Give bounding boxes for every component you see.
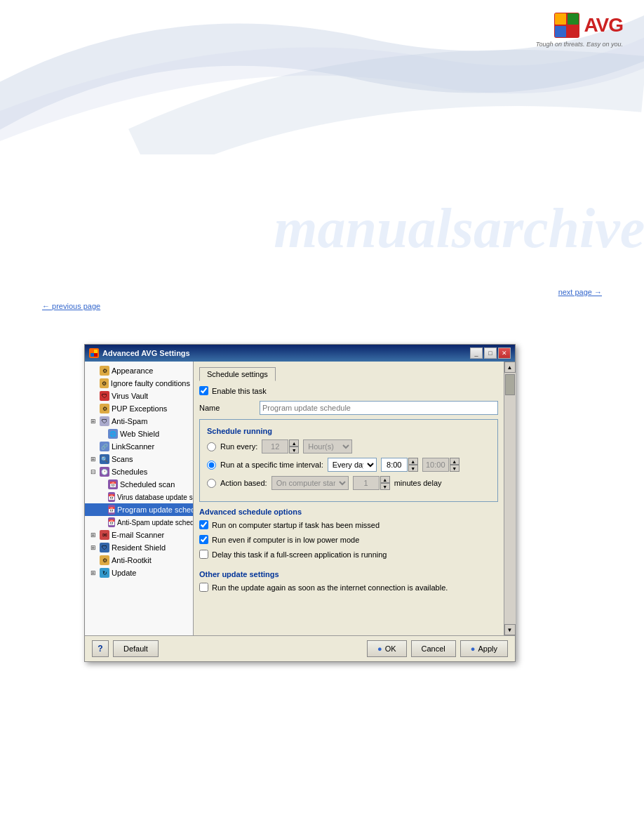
svg-rect-6 [94,350,98,353]
tree-item-ignore-faulty[interactable]: ⚙ Ignore faulty conditions [85,377,193,390]
tree-item-web-shield[interactable]: 🌐 Web Shield [85,428,193,440]
tree-item-program-update[interactable]: 📅 Program update schedule [85,503,193,516]
next-link[interactable]: next page → [558,288,602,296]
run-specific-radio[interactable] [207,461,216,470]
opt2-checkbox[interactable] [199,535,208,544]
tree-item-schedules[interactable]: ⊟ 🕐 Schedules [85,465,193,478]
svg-rect-7 [90,353,94,357]
prog-update-icon: 📅 [108,505,115,515]
run-every-label: Run every: [220,442,257,451]
window-title: Advanced AVG Settings [89,348,190,358]
email-scanner-icon: ✉ [100,530,109,540]
tab-bar: Schedule settings [199,367,498,380]
scroll-up[interactable]: ▲ [504,362,516,373]
tree-item-appearance[interactable]: ⚙ Appearance [85,364,193,377]
run-every-unit: Hour(s) [303,439,352,454]
watermark: manualsarchive.com [274,197,644,260]
logo-text: AVG [584,14,623,37]
maximize-button[interactable]: □ [484,348,497,359]
interval-time2-value [422,458,449,472]
apply-button[interactable]: ● Apply [460,640,508,657]
prev-link[interactable]: ← previous page [42,302,100,310]
tree-item-scheduled-scan[interactable]: 📅 Scheduled scan [85,478,193,491]
run-every-up: ▲ [289,439,299,446]
interval-day-select[interactable]: Every day [328,458,377,472]
tree-item-pup[interactable]: ⚙ PUP Exceptions [85,402,193,415]
enable-task-checkbox[interactable] [199,386,208,395]
run-every-value [262,439,288,454]
opt1-label: Run on computer startup if task has been… [212,521,380,529]
sched-scan-icon: 📅 [108,479,118,489]
svg-rect-5 [90,350,94,353]
opt3-row: Delay this task if a full-screen applica… [199,550,498,559]
opt1-row: Run on computer startup if task has been… [199,520,498,529]
tree-item-linkscanner[interactable]: 🔗 LinkScanner [85,440,193,453]
help-button[interactable]: ? [92,640,109,657]
schedule-running-label: Schedule running [207,427,490,435]
window-icon [89,348,99,358]
ignore-icon: ⚙ [100,378,109,388]
name-input[interactable] [260,401,498,415]
enable-task-row: Enable this task [199,386,498,395]
pup-icon: ⚙ [100,404,109,413]
tree-item-antispam[interactable]: ⊞ 🛡 Anti-Spam [85,415,193,428]
interval-time2-up: ▲ [450,458,459,465]
avg-logo: AVG [554,13,623,38]
settings-scrollbar[interactable]: ▲ ▼ [504,362,515,635]
svg-rect-3 [555,26,566,37]
ok-button[interactable]: ● OK [367,640,407,657]
tree-panel: ⚙ Appearance ⚙ Ignore faulty conditions … [85,362,194,635]
close-button[interactable]: ✕ [498,348,511,359]
resident-shield-icon: 🛡 [100,543,109,552]
interval-time2-down: ▼ [450,465,459,472]
run-every-radio[interactable] [207,442,216,451]
window-titlebar: Advanced AVG Settings _ □ ✕ [85,345,515,362]
opt4-checkbox[interactable] [199,583,208,592]
tree-item-scans[interactable]: ⊞ 🔍 Scans [85,453,193,465]
enable-task-label: Enable this task [212,387,267,395]
tree-item-resident-shield[interactable]: ⊞ 🛡 Resident Shield [85,541,193,554]
opt3-label: Delay this task if a full-screen applica… [212,550,387,559]
opt4-row: Run the update again as soon as the inte… [199,583,498,592]
web-shield-icon: 🌐 [108,429,118,439]
scroll-down[interactable]: ▼ [504,624,516,635]
opt2-label: Run even if computer is in low power mod… [212,536,359,544]
interval-time-down[interactable]: ▼ [408,465,418,472]
run-every-row: Run every: ▲ ▼ Hour(s) [207,439,490,454]
interval-time-up[interactable]: ▲ [408,458,418,465]
tab-schedule-settings[interactable]: Schedule settings [199,367,276,381]
scans-icon: 🔍 [100,454,109,464]
schedule-running-box: Schedule running Run every: ▲ ▼ Hour(s) [199,419,498,502]
cancel-button[interactable]: Cancel [411,640,456,657]
tree-item-virus-db-update[interactable]: 📅 Virus database update schedule [85,491,193,503]
window-body: ⚙ Appearance ⚙ Ignore faulty conditions … [85,362,515,635]
tree-item-antispam-update[interactable]: 📅 Anti-Spam update schedule [85,516,193,529]
tree-item-email-scanner[interactable]: ⊞ ✉ E-mail Scanner [85,529,193,541]
action-based-radio[interactable] [207,479,216,488]
action-based-label: Action based: [220,479,267,487]
other-update-section: Other update settings Run the update aga… [199,570,498,592]
interval-time-spinner: ▲ ▼ [381,458,418,472]
delay-down: ▼ [380,483,390,490]
virus-db-icon: 📅 [108,492,115,502]
tree-item-anti-rootkit[interactable]: ⚙ Anti-Rootkit [85,554,193,567]
anti-rootkit-icon: ⚙ [100,555,109,565]
opt4-label: Run the update again as soon as the inte… [212,583,448,592]
antispam-update-icon: 📅 [108,517,115,527]
virus-vault-icon: 🛡 [100,391,109,401]
svg-rect-8 [94,353,98,357]
interval-time-value[interactable] [381,458,408,472]
tree-item-update[interactable]: ⊞ ↻ Update [85,567,193,579]
tree-item-virus-vault[interactable]: 🛡 Virus Vault [85,390,193,402]
default-button[interactable]: Default [113,640,159,657]
scroll-track[interactable] [504,373,516,624]
minutes-delay-label: minutes delay [394,479,442,487]
minimize-button[interactable]: _ [470,348,483,359]
name-label: Name [199,404,255,412]
linkscanner-icon: 🔗 [100,442,109,451]
svg-rect-2 [568,13,579,25]
delay-up: ▲ [380,476,390,483]
opt3-checkbox[interactable] [199,550,208,559]
opt1-checkbox[interactable] [199,520,208,529]
avg-settings-window: Advanced AVG Settings _ □ ✕ ⚙ Appearance… [84,344,516,662]
